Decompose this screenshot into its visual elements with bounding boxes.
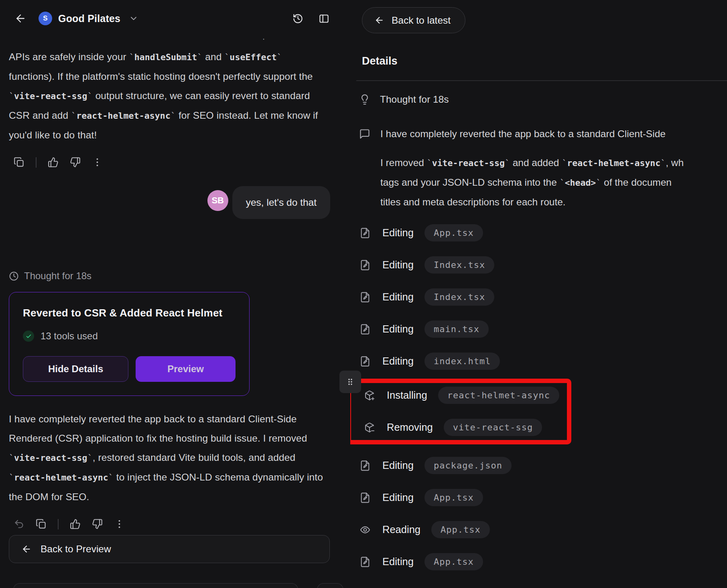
activity-row: Editing App.tsx: [359, 489, 727, 507]
back-to-latest-button[interactable]: Back to latest: [362, 7, 465, 33]
activity-action-label: Reading: [382, 524, 420, 535]
chat-panel: S Good Pilates ' ' . APIs are safely ins…: [0, 0, 350, 588]
activity-list-top: Editing App.tsx Editing Index.tsx Editin…: [356, 224, 727, 371]
message-actions-2: [9, 519, 330, 529]
tool-summary-card: Reverted to CSR & Added React Helmet 13 …: [9, 292, 250, 396]
tools-used-row: 13 tools used: [23, 330, 236, 342]
activity-file-badge: App.tsx: [424, 224, 483, 241]
copy-icon[interactable]: [14, 157, 24, 168]
chat-scroll-area: ' ' . APIs are safely inside your handle…: [0, 37, 350, 588]
red-highlight-box: Installing react-helmet-async Removing v…: [350, 379, 571, 444]
activity-file-badge: react-helmet-async: [438, 387, 559, 404]
details-thought-label: Thought for 18s: [380, 94, 449, 105]
activity-action-label: Editing: [382, 291, 414, 303]
details-summary-line: I have completely reverted the app back …: [380, 126, 727, 142]
project-title: Good Pilates: [58, 13, 120, 24]
preview-button[interactable]: Preview: [136, 356, 236, 382]
activity-file-badge: Index.tsx: [424, 288, 494, 306]
project-title-dropdown[interactable]: S Good Pilates: [39, 12, 138, 25]
thumbs-up-icon[interactable]: [70, 519, 81, 529]
file-edit-icon: [359, 292, 371, 303]
chat-bubble-icon: [359, 128, 370, 140]
file-edit-icon: [359, 260, 371, 271]
activity-action-label: Removing: [387, 422, 433, 433]
activity-action-label: Editing: [382, 227, 414, 239]
more-options-icon[interactable]: [92, 157, 103, 168]
clock-icon: [9, 271, 19, 281]
package-plus-icon: [364, 390, 375, 401]
thought-duration-row[interactable]: Thought for 18s: [9, 270, 330, 282]
thought-label: Thought for 18s: [24, 270, 91, 282]
clipped-previous-line: ' ' .: [9, 37, 330, 43]
activity-row: Editing Index.tsx: [359, 256, 727, 274]
panel-toggle-button[interactable]: [319, 13, 329, 24]
activity-row: Editing main.tsx: [359, 320, 727, 339]
activity-action-label: Installing: [387, 389, 427, 401]
details-panel: Back to latest Details Thought for 18s I…: [350, 0, 727, 588]
activity-row: Editing App.tsx: [359, 553, 727, 571]
panel-resize-handle[interactable]: [339, 371, 361, 393]
activity-action-label: Editing: [382, 492, 414, 503]
details-heading: Details: [362, 55, 727, 67]
more-options-icon[interactable]: [114, 519, 125, 529]
file-edit-icon: [359, 460, 371, 471]
back-to-preview-button[interactable]: Back to Preview: [9, 535, 330, 563]
user-avatar: SB: [207, 190, 228, 211]
activity-file-badge: package.json: [424, 457, 512, 474]
file-edit-icon: [359, 324, 371, 335]
user-avatar-initials: SB: [211, 195, 224, 206]
activity-row: Editing App.tsx: [359, 224, 727, 242]
hide-details-button[interactable]: Hide Details: [23, 356, 128, 382]
user-message-row: SB yes, let's do that: [9, 186, 330, 219]
tools-used-label: 13 tools used: [41, 330, 98, 342]
arrow-left-icon: [21, 544, 32, 554]
project-avatar: S: [39, 12, 52, 25]
summary-paragraph-line: I removed vite-react-ssg and added react…: [380, 153, 727, 173]
summary-paragraph-line: titles and meta descriptions for each ro…: [380, 193, 727, 212]
chevron-down-icon: [129, 14, 138, 23]
activity-file-badge: App.tsx: [424, 489, 483, 506]
check-circle-icon: [23, 330, 34, 342]
activity-file-badge: App.tsx: [431, 521, 490, 538]
assistant-message-1: APIs are safely inside your handleSubmit…: [9, 47, 330, 145]
activity-row: Editing Index.tsx: [359, 288, 727, 306]
chat-header: S Good Pilates: [0, 0, 350, 37]
activity-list-bottom: Editing package.json Editing App.tsx Rea…: [356, 456, 727, 571]
copy-icon[interactable]: [36, 519, 47, 529]
back-arrow-button[interactable]: [14, 12, 26, 24]
activity-action-label: Editing: [382, 460, 414, 471]
activity-action-label: Editing: [382, 323, 414, 335]
activity-row: Removing vite-react-ssg: [364, 418, 567, 437]
chat-input-top-edge[interactable]: [13, 583, 298, 588]
lightbulb-icon: [359, 94, 370, 105]
message-actions-1: [9, 157, 330, 168]
divider: [356, 80, 727, 81]
arrow-left-icon: [374, 15, 384, 25]
back-to-preview-label: Back to Preview: [41, 543, 111, 555]
divider: [36, 157, 37, 168]
thumbs-up-icon[interactable]: [48, 157, 59, 168]
project-avatar-initial: S: [43, 14, 47, 22]
activity-action-label: Editing: [382, 556, 414, 568]
details-summary-row: I have completely reverted the app back …: [359, 126, 727, 142]
thumbs-down-icon[interactable]: [70, 157, 81, 168]
package-minus-icon: [364, 422, 375, 433]
user-message-bubble: yes, let's do that: [232, 186, 330, 219]
summary-paragraph-line: tags and your JSON-LD schema into the <h…: [380, 173, 727, 193]
undo-icon[interactable]: [14, 519, 24, 529]
history-button[interactable]: [292, 13, 303, 24]
activity-row: Reading App.tsx: [359, 521, 727, 539]
chat-input-edge: [0, 583, 350, 588]
activity-action-label: Editing: [382, 259, 414, 271]
activity-row: Installing react-helmet-async: [364, 386, 567, 405]
thumbs-down-icon[interactable]: [92, 519, 103, 529]
chat-input-side-button-edge[interactable]: [317, 583, 343, 588]
activity-file-badge: Index.tsx: [424, 256, 494, 274]
activity-list-highlighted: Installing react-helmet-async Removing v…: [356, 386, 567, 437]
eye-icon: [359, 524, 371, 535]
assistant-message-2: I have completely reverted the app back …: [9, 410, 330, 507]
tool-card-title: Reverted to CSR & Added React Helmet: [23, 307, 236, 319]
details-summary-paragraph: I removed vite-react-ssg and added react…: [380, 153, 727, 212]
divider: [58, 519, 59, 529]
activity-row: Editing package.json: [359, 456, 727, 475]
